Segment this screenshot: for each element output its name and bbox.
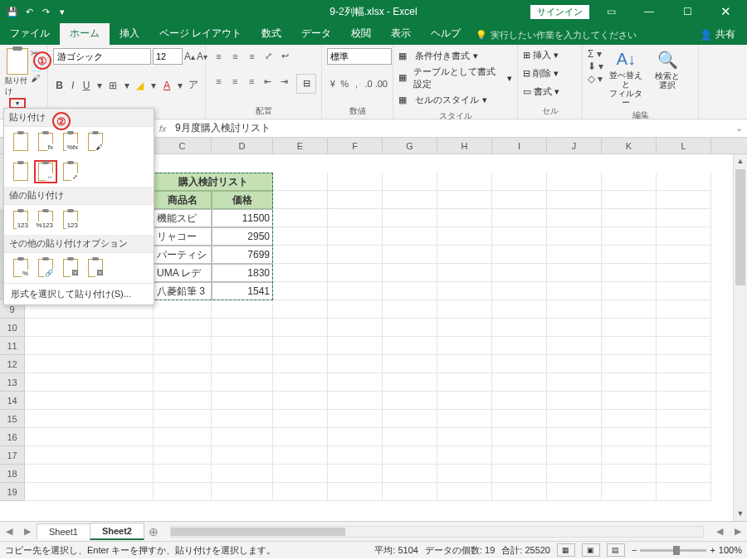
cell[interactable] xyxy=(154,319,212,337)
cell[interactable] xyxy=(657,410,711,428)
cell[interactable] xyxy=(154,355,212,373)
cell[interactable] xyxy=(273,483,328,501)
cell[interactable]: 購入検討リスト xyxy=(154,173,273,191)
cell[interactable] xyxy=(492,246,547,264)
cell[interactable] xyxy=(547,446,602,465)
cell[interactable] xyxy=(383,483,437,501)
cell[interactable] xyxy=(383,282,437,300)
row-header[interactable]: 12 xyxy=(0,355,25,373)
cell[interactable] xyxy=(154,300,212,319)
cell[interactable] xyxy=(657,246,711,264)
column-header[interactable]: F xyxy=(328,138,383,153)
merge-button[interactable]: ⊟ xyxy=(296,74,316,94)
cell[interactable] xyxy=(492,355,547,373)
cell[interactable] xyxy=(547,227,602,246)
cell[interactable] xyxy=(328,246,383,264)
cell[interactable] xyxy=(602,173,657,191)
sheet-nav-next-icon[interactable]: ▶ xyxy=(18,526,37,537)
cell[interactable] xyxy=(273,282,328,300)
cell[interactable] xyxy=(25,446,154,465)
cell[interactable] xyxy=(273,446,328,465)
row-header[interactable]: 18 xyxy=(0,465,25,483)
column-header[interactable]: E xyxy=(273,138,328,153)
cell[interactable] xyxy=(657,373,711,392)
column-header[interactable]: K xyxy=(602,138,657,153)
cell[interactable] xyxy=(273,373,328,392)
share-button[interactable]: 👤共有 xyxy=(688,24,747,45)
tab-formulas[interactable]: 数式 xyxy=(251,22,291,45)
cell[interactable] xyxy=(437,483,492,501)
cell[interactable] xyxy=(212,355,273,373)
cell[interactable] xyxy=(437,410,492,428)
paste-formatting-icon[interactable]: % xyxy=(9,256,32,280)
cell[interactable] xyxy=(547,337,602,355)
cell[interactable] xyxy=(212,465,273,483)
fx-icon[interactable]: fx xyxy=(154,124,172,134)
cell[interactable] xyxy=(212,483,273,501)
scroll-thumb[interactable] xyxy=(735,169,745,285)
cell[interactable] xyxy=(602,209,657,227)
cell[interactable] xyxy=(492,410,547,428)
cell[interactable] xyxy=(657,337,711,355)
cell[interactable] xyxy=(657,483,711,501)
paste-keep-source-icon[interactable]: 🖌 xyxy=(84,130,107,153)
cell[interactable] xyxy=(437,173,492,191)
cell[interactable] xyxy=(273,300,328,319)
cell[interactable] xyxy=(657,446,711,465)
paste-keep-column-width-icon[interactable]: ↔ xyxy=(34,160,57,183)
format-painter-icon[interactable]: 🖌 xyxy=(31,73,42,83)
row-header[interactable]: 17 xyxy=(0,446,25,465)
orientation-icon[interactable]: ⤢ xyxy=(261,48,276,64)
cell[interactable]: 機能スピ xyxy=(154,209,212,227)
italic-button[interactable]: I xyxy=(66,78,79,93)
zoom-out-icon[interactable]: − xyxy=(632,545,637,555)
cell[interactable] xyxy=(328,483,383,501)
cell[interactable] xyxy=(383,300,437,319)
view-normal-icon[interactable]: ▦ xyxy=(557,543,575,557)
cell[interactable] xyxy=(328,465,383,483)
cell[interactable] xyxy=(273,173,328,191)
cell[interactable] xyxy=(657,227,711,246)
cell[interactable]: 1830 xyxy=(212,264,273,282)
cell[interactable] xyxy=(383,392,437,410)
cell[interactable] xyxy=(212,392,273,410)
align-right-icon[interactable]: ≡ xyxy=(244,74,260,90)
cell[interactable] xyxy=(273,337,328,355)
row-header[interactable]: 14 xyxy=(0,392,25,410)
cell[interactable] xyxy=(273,246,328,264)
cell[interactable] xyxy=(328,392,383,410)
cell[interactable]: 11500 xyxy=(212,209,273,227)
cell[interactable] xyxy=(273,264,328,282)
cell[interactable] xyxy=(212,373,273,392)
cell[interactable] xyxy=(383,191,437,209)
column-header[interactable]: D xyxy=(212,138,273,153)
paste-values-number-icon[interactable]: %123 xyxy=(34,208,57,231)
cell[interactable] xyxy=(273,209,328,227)
cell[interactable] xyxy=(383,319,437,337)
align-top-icon[interactable]: ≡ xyxy=(211,48,227,64)
formula-expand-icon[interactable]: ⌄ xyxy=(730,123,747,134)
qat-more-icon[interactable]: ▾ xyxy=(55,4,70,19)
number-format-select[interactable] xyxy=(327,48,392,65)
cell[interactable] xyxy=(437,446,492,465)
cell[interactable] xyxy=(25,483,154,501)
cell[interactable] xyxy=(437,465,492,483)
cell[interactable] xyxy=(154,392,212,410)
cell[interactable] xyxy=(492,392,547,410)
cell[interactable] xyxy=(383,355,437,373)
fill-color-dropdown-icon[interactable]: ▾ xyxy=(147,78,159,93)
cell[interactable] xyxy=(547,483,602,501)
column-header[interactable]: J xyxy=(547,138,602,153)
cell[interactable] xyxy=(547,282,602,300)
tab-file[interactable]: ファイル xyxy=(0,22,60,45)
font-color-button[interactable]: A xyxy=(161,78,173,93)
cell[interactable] xyxy=(437,337,492,355)
cell[interactable] xyxy=(657,319,711,337)
cell[interactable] xyxy=(383,264,437,282)
align-bottom-icon[interactable]: ≡ xyxy=(244,48,260,64)
tab-data[interactable]: データ xyxy=(291,22,341,45)
cell[interactable] xyxy=(492,173,547,191)
align-middle-icon[interactable]: ≡ xyxy=(227,48,243,64)
increase-font-icon[interactable]: A▴ xyxy=(184,49,195,64)
cell[interactable] xyxy=(25,392,154,410)
